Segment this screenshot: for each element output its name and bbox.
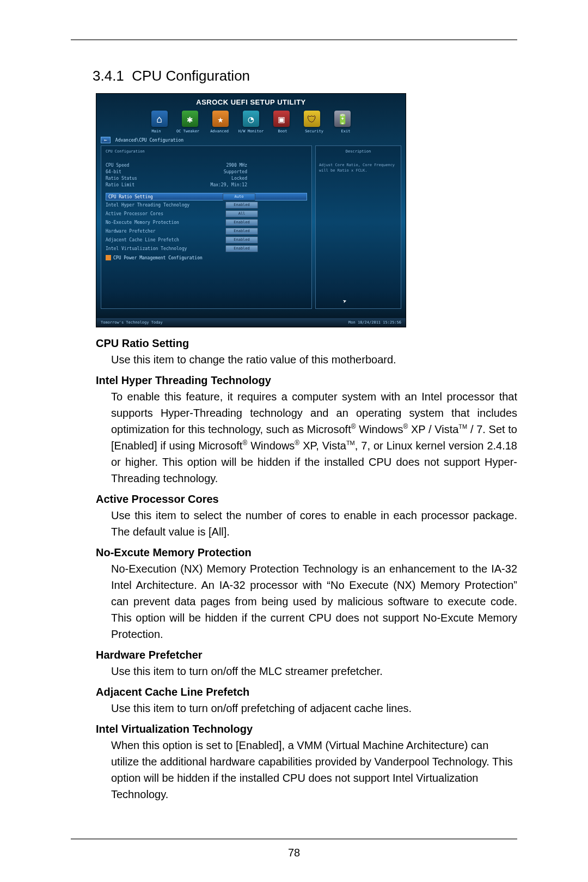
section-title: 3.4.1 CPU Configuration — [93, 68, 517, 84]
description-text: Adjust Core Ratio, Core Frequency will b… — [319, 162, 397, 173]
tab-oc[interactable]: OC Tweaker — [174, 129, 201, 133]
page-number: 78 — [0, 847, 588, 859]
boot-tab-icon[interactable]: ▣ — [273, 111, 290, 127]
hw-monitor-tab-icon[interactable]: ◔ — [243, 111, 259, 127]
tab-exit[interactable]: Exit — [332, 129, 359, 133]
paragraph-heading: Intel Virtualization Technology — [96, 721, 517, 737]
document-body: CPU Ratio SettingUse this item to change… — [96, 335, 517, 802]
setting-vt[interactable]: Intel Virtualization TechnologyEnabled — [106, 244, 307, 253]
tab-hwmonitor[interactable]: H/W Monitor — [237, 129, 265, 133]
paragraph-text: Use this item to select the number of co… — [111, 507, 517, 540]
paragraph-heading: Hardware Prefetcher — [96, 647, 517, 663]
bios-screenshot: ASROCK UEFI SETUP UTILITY ⌂ ✱ ★ ◔ ▣ 🛡 🔋 … — [96, 93, 406, 327]
submenu-cpu-power-mgmt[interactable]: CPU Power Management Configuration — [106, 255, 307, 260]
paragraph-heading: Adjacent Cache Line Prefetch — [96, 684, 517, 700]
main-tab-icon[interactable]: ⌂ — [151, 111, 168, 127]
info-row: Ratio StatusLocked — [106, 175, 247, 182]
bios-left-panel: CPU Configuration CPU Speed2900 MHz 64-b… — [101, 145, 312, 309]
setting-hw-prefetcher[interactable]: Hardware PrefetcherEnabled — [106, 227, 307, 235]
footer-datetime: Mon 10/24/2011 15:25:56 — [348, 320, 401, 325]
setting-hyper-threading[interactable]: Intel Hyper Threading TechnologyEnabled — [106, 200, 307, 209]
tab-advanced[interactable]: Advanced — [206, 129, 233, 133]
footer-tagline: Tomorrow's Technology Today — [101, 320, 163, 325]
setting-active-cores[interactable]: Active Processor CoresAll — [106, 209, 307, 218]
paragraph-heading: Intel Hyper Threading Technology — [96, 372, 517, 388]
paragraph-text: Use this item to turn on/off the MLC str… — [111, 663, 517, 679]
tab-boot[interactable]: Boot — [269, 129, 296, 133]
exit-tab-icon[interactable]: 🔋 — [334, 111, 351, 127]
paragraph-text: Use this item to turn on/off prefetching… — [111, 700, 517, 716]
bios-breadcrumb: ← Advanced\CPU Configuration — [101, 137, 401, 143]
security-tab-icon[interactable]: 🛡 — [304, 111, 320, 127]
info-row: CPU Speed2900 MHz — [106, 162, 247, 169]
info-row: 64-bitSupported — [106, 169, 247, 175]
bios-tab-labels: Main OC Tweaker Advanced H/W Monitor Boo… — [96, 129, 406, 133]
right-panel-header: Description — [319, 149, 397, 154]
bios-tab-icons: ⌂ ✱ ★ ◔ ▣ 🛡 🔋 — [96, 111, 406, 127]
bottom-rule — [71, 838, 517, 840]
cpu-ratio-value[interactable]: Auto — [223, 193, 255, 200]
cpu-ratio-setting-row[interactable]: CPU Ratio Setting Auto — [106, 193, 307, 200]
section-name: CPU Configuration — [132, 68, 250, 84]
oc-tweaker-tab-icon[interactable]: ✱ — [182, 111, 198, 127]
submenu-arrow-icon — [106, 255, 111, 260]
tab-main[interactable]: Main — [143, 129, 170, 133]
paragraph-text: To enable this feature, it requires a co… — [111, 388, 517, 486]
back-button[interactable]: ← — [101, 137, 111, 143]
paragraph-heading: Active Processor Cores — [96, 491, 517, 507]
paragraph-text: Use this item to change the ratio value … — [111, 351, 517, 368]
paragraph-text: When this option is set to [Enabled], a … — [111, 737, 517, 802]
advanced-tab-icon[interactable]: ★ — [212, 111, 229, 127]
setting-nx-protection[interactable]: No-Execute Memory ProtectionEnabled — [106, 218, 307, 227]
setting-adj-cache[interactable]: Adjacent Cache Line PrefetchEnabled — [106, 235, 307, 244]
paragraph-heading: CPU Ratio Setting — [96, 335, 517, 351]
bios-right-panel: Description Adjust Core Ratio, Core Freq… — [315, 145, 401, 309]
bios-footer: Tomorrow's Technology Today Mon 10/24/20… — [96, 318, 406, 327]
section-number: 3.4.1 — [93, 68, 124, 84]
info-row: Ratio LimitMax:29, Min:12 — [106, 182, 247, 188]
top-rule — [71, 39, 517, 40]
paragraph-heading: No-Excute Memory Protection — [96, 544, 517, 561]
left-panel-header: CPU Configuration — [106, 149, 307, 154]
tab-security[interactable]: Security — [301, 129, 328, 133]
bios-title: ASROCK UEFI SETUP UTILITY — [96, 94, 406, 106]
paragraph-text: No-Execution (NX) Memory Protection Tech… — [111, 561, 517, 642]
breadcrumb-text: Advanced\CPU Configuration — [115, 138, 183, 143]
